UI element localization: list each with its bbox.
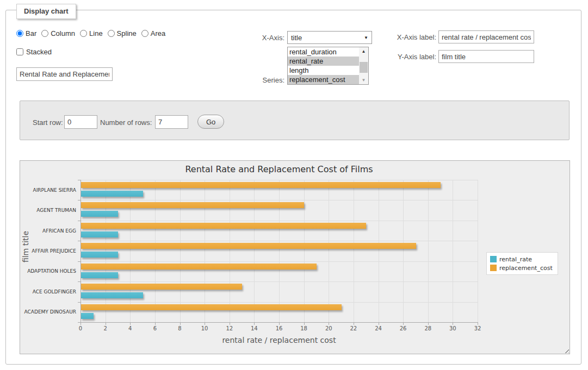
x-tick-mark bbox=[230, 323, 230, 325]
x-tick-mark bbox=[155, 323, 156, 325]
bar-replacement_cost[interactable] bbox=[81, 264, 317, 269]
series-option-length[interactable]: length bbox=[288, 66, 359, 75]
bar-rental_rate[interactable] bbox=[81, 191, 143, 197]
go-button[interactable]: Go bbox=[197, 115, 224, 129]
chart-type-text: Column bbox=[51, 29, 75, 37]
x-gridline bbox=[304, 180, 305, 322]
x-gridline bbox=[205, 180, 205, 322]
y-axis-title: film title bbox=[21, 231, 30, 262]
series-listbox[interactable]: rental_durationrental_ratelengthreplacem… bbox=[287, 47, 369, 85]
bar-replacement_cost[interactable] bbox=[81, 223, 366, 229]
x-tick-label: 24 bbox=[368, 325, 389, 331]
chart-type-radio-line[interactable] bbox=[80, 30, 87, 37]
y-gridline bbox=[81, 180, 478, 180]
chart-type-option-bar[interactable]: Bar bbox=[16, 29, 36, 37]
bar-rental_rate[interactable] bbox=[81, 231, 118, 237]
x-tick-label: 8 bbox=[169, 325, 191, 331]
x-gridline bbox=[403, 180, 404, 322]
x-gridline bbox=[106, 180, 106, 322]
series-scrollbar[interactable]: ▲ ▼ bbox=[359, 47, 368, 84]
y-gridline bbox=[81, 200, 478, 200]
x-gridline bbox=[379, 180, 379, 322]
legend-swatch-replacement_cost bbox=[490, 265, 497, 271]
chart-type-radio-group: BarColumnLineSplineArea bbox=[16, 29, 170, 37]
category-label: ADAPTATION HOLES bbox=[20, 268, 76, 274]
start-row-input[interactable] bbox=[64, 115, 97, 129]
stacked-label: Stacked bbox=[26, 48, 52, 56]
num-rows-input[interactable] bbox=[155, 115, 188, 129]
bar-replacement_cost[interactable] bbox=[81, 243, 416, 249]
x-tick-label: 32 bbox=[467, 325, 488, 331]
x-tick-label: 30 bbox=[442, 325, 463, 331]
y-axis-label-field-label: Y-Axis label: bbox=[386, 53, 436, 61]
chart-type-option-area[interactable]: Area bbox=[141, 29, 165, 37]
x-axis-label-input[interactable] bbox=[438, 30, 534, 43]
category-label: ACADEMY DINOSAUR bbox=[20, 309, 76, 315]
bar-replacement_cost[interactable] bbox=[81, 182, 441, 188]
legend-item-replacement_cost[interactable]: replacement_cost bbox=[490, 264, 553, 272]
series-option-replacement_cost[interactable]: replacement_cost bbox=[288, 75, 359, 84]
x-tick-mark bbox=[354, 323, 354, 325]
x-tick-label: 2 bbox=[95, 325, 116, 331]
chart-title-input[interactable] bbox=[16, 67, 113, 81]
series-options: rental_durationrental_ratelengthreplacem… bbox=[288, 47, 359, 84]
y-gridline bbox=[81, 302, 478, 303]
bar-rental_rate[interactable] bbox=[81, 272, 118, 278]
chart-type-text: Line bbox=[89, 29, 103, 37]
legend-item-rental_rate[interactable]: rental_rate bbox=[490, 255, 553, 264]
bar-rental_rate[interactable] bbox=[81, 211, 118, 217]
scrollbar-thumb[interactable] bbox=[360, 62, 368, 73]
x-axis-select[interactable]: title ▼ bbox=[287, 31, 372, 44]
x-tick-label: 10 bbox=[194, 325, 215, 331]
y-axis-label-input[interactable] bbox=[438, 50, 534, 63]
series-option-rental_duration[interactable]: rental_duration bbox=[288, 47, 359, 57]
x-gridline bbox=[254, 180, 255, 322]
chart-type-radio-spline[interactable] bbox=[108, 30, 115, 37]
chart-type-option-spline[interactable]: Spline bbox=[108, 29, 137, 37]
x-tick-mark bbox=[81, 323, 81, 325]
category-label: ACE GOLDFINGER bbox=[20, 289, 76, 294]
x-tick-mark bbox=[453, 323, 453, 325]
x-tick-mark bbox=[329, 323, 329, 325]
x-tick-mark bbox=[130, 323, 131, 325]
x-axis-label: X-Axis: bbox=[250, 34, 284, 42]
stacked-checkbox-row[interactable]: Stacked bbox=[16, 48, 52, 56]
legend-swatch-rental_rate bbox=[490, 256, 497, 262]
bar-replacement_cost[interactable] bbox=[81, 202, 304, 208]
bar-replacement_cost[interactable] bbox=[81, 284, 242, 290]
x-tick-mark bbox=[403, 323, 404, 325]
x-tick-mark bbox=[106, 323, 106, 325]
stacked-checkbox[interactable] bbox=[16, 48, 23, 55]
scroll-down-icon[interactable]: ▼ bbox=[359, 76, 368, 84]
scroll-up-icon[interactable]: ▲ bbox=[359, 47, 368, 55]
x-tick-label: 14 bbox=[243, 325, 265, 331]
chart-type-text: Area bbox=[151, 29, 165, 37]
x-gridline bbox=[155, 180, 156, 322]
chart-plot-area bbox=[81, 180, 478, 322]
x-tick-mark bbox=[428, 323, 429, 325]
x-gridline bbox=[180, 180, 181, 322]
x-axis-title: rental rate / replacement cost bbox=[222, 336, 336, 344]
chart-type-radio-column[interactable] bbox=[41, 30, 48, 37]
bar-replacement_cost[interactable] bbox=[81, 304, 342, 310]
chart-type-option-line[interactable]: Line bbox=[80, 29, 103, 37]
x-gridline bbox=[329, 180, 329, 322]
bar-rental_rate[interactable] bbox=[81, 313, 94, 319]
series-label: Series: bbox=[247, 76, 284, 84]
x-axis-line bbox=[81, 322, 478, 323]
x-gridline bbox=[453, 180, 453, 322]
chart-type-text: Spline bbox=[117, 29, 137, 37]
series-option-rental_rate[interactable]: rental_rate bbox=[288, 57, 359, 66]
chart-type-radio-bar[interactable] bbox=[16, 30, 23, 37]
x-gridline bbox=[354, 180, 354, 322]
y-gridline bbox=[81, 221, 478, 221]
bar-rental_rate[interactable] bbox=[81, 252, 118, 258]
x-tick-label: 20 bbox=[318, 325, 339, 331]
resize-handle-icon[interactable] bbox=[563, 347, 569, 353]
chart-type-radio-area[interactable] bbox=[141, 30, 148, 37]
bar-rental_rate[interactable] bbox=[81, 292, 143, 298]
x-gridline bbox=[279, 180, 280, 322]
chart-type-option-column[interactable]: Column bbox=[41, 29, 75, 37]
x-tick-label: 0 bbox=[70, 325, 91, 331]
x-tick-mark bbox=[304, 323, 305, 325]
